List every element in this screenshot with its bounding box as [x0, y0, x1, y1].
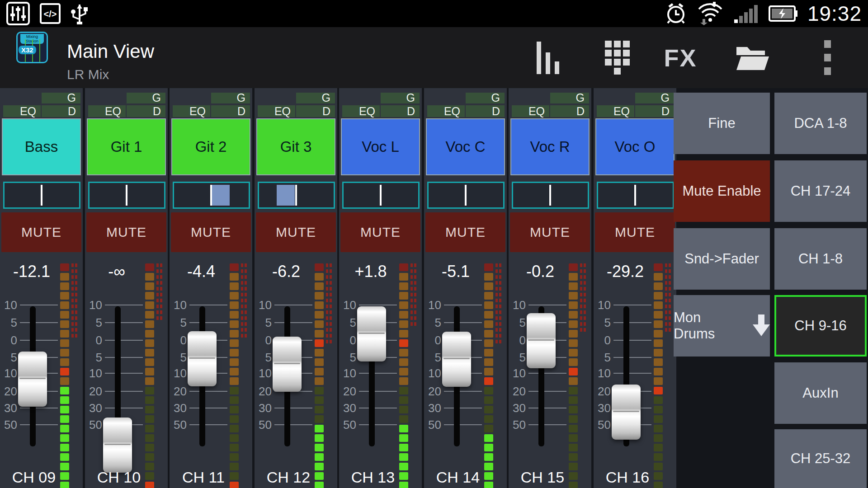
mute-button[interactable]: MUTE: [510, 212, 590, 252]
sidebar-button-auxin[interactable]: AuxIn: [774, 362, 867, 424]
mute-button[interactable]: MUTE: [340, 212, 420, 252]
level-meter-segment: [569, 482, 578, 488]
gate-button[interactable]: G: [381, 93, 420, 103]
dynamics-button[interactable]: D: [635, 105, 674, 117]
level-meter-segment: [145, 377, 154, 385]
fx-button[interactable]: FX: [656, 27, 705, 88]
sidebar-button-ch-17-24[interactable]: CH 17-24: [774, 160, 867, 222]
dynamics-button[interactable]: D: [127, 105, 165, 117]
dynamics-button[interactable]: D: [296, 105, 335, 117]
channel-name-button[interactable]: Voc L: [341, 118, 420, 175]
fader-handle[interactable]: [442, 332, 471, 387]
fader-handle[interactable]: [18, 352, 47, 407]
fader-db-value: -5.1: [424, 262, 487, 281]
fader-tick: [189, 322, 227, 323]
sidebar-button-mon-drums[interactable]: Mon Drums: [674, 295, 770, 357]
gain-reduction-segment: [495, 334, 501, 338]
fader-handle[interactable]: [612, 385, 641, 440]
level-meter-segment: [145, 396, 154, 404]
sidebar-button-snd-fader[interactable]: Snd->Fader: [674, 228, 770, 290]
channel-name-button[interactable]: Voc R: [510, 118, 590, 175]
channel-strip: GEQDVoc CMUTE-5.11050510203050CH 14: [424, 88, 507, 488]
sidebar-button-fine[interactable]: Fine: [674, 93, 770, 154]
gate-button[interactable]: G: [466, 93, 505, 103]
overflow-menu-icon[interactable]: [814, 27, 841, 88]
pan-control[interactable]: [3, 182, 80, 209]
dynamics-button[interactable]: D: [381, 105, 420, 117]
eq-button[interactable]: EQ: [173, 105, 210, 117]
eq-button[interactable]: EQ: [3, 105, 41, 117]
mute-button[interactable]: MUTE: [171, 212, 251, 252]
level-meter-segment: [484, 463, 493, 470]
gain-reduction-segment: [495, 340, 501, 343]
fader-handle[interactable]: [357, 306, 386, 361]
pan-control[interactable]: [597, 182, 674, 209]
sidebar-button-dca-1-8[interactable]: DCA 1-8: [774, 93, 867, 154]
scenes-folder-icon[interactable]: [728, 27, 778, 88]
fader-tick-label: 30: [509, 401, 526, 415]
mute-button[interactable]: MUTE: [1, 212, 81, 252]
sidebar-button-mute-enable[interactable]: Mute Enable: [674, 160, 770, 222]
level-meter-segment: [60, 311, 69, 319]
level-meter-segment: [230, 301, 239, 309]
mute-button[interactable]: MUTE: [256, 212, 336, 252]
gate-button[interactable]: G: [42, 93, 80, 103]
eq-button[interactable]: EQ: [258, 105, 295, 117]
fader-handle[interactable]: [103, 418, 132, 473]
fader-tick: [274, 322, 312, 323]
mute-button[interactable]: MUTE: [595, 212, 675, 252]
sidebar-button-label: AuxIn: [802, 385, 838, 401]
eq-button[interactable]: EQ: [597, 105, 634, 117]
eq-button[interactable]: EQ: [88, 105, 126, 117]
gain-reduction-segment: [241, 293, 247, 296]
fader-tick-label: 10: [255, 298, 272, 312]
sidebar-button-ch-1-8[interactable]: CH 1-8: [774, 228, 867, 290]
dynamics-button[interactable]: D: [42, 105, 80, 117]
channel-name-button[interactable]: Git 3: [256, 118, 335, 175]
sidebar-button-ch-25-32[interactable]: CH 25-32: [774, 429, 867, 488]
pan-control[interactable]: [512, 182, 589, 209]
gain-reduction-segment: [241, 269, 247, 273]
fader-handle[interactable]: [527, 313, 556, 368]
sidebar-button-ch-9-16[interactable]: CH 9-16: [774, 295, 867, 357]
fader-tick: [444, 391, 482, 392]
dynamics-button[interactable]: D: [466, 105, 505, 117]
level-meter-segment: [60, 320, 69, 328]
gate-button[interactable]: G: [296, 93, 335, 103]
pan-control[interactable]: [427, 182, 505, 209]
gate-button[interactable]: G: [635, 93, 674, 103]
fader-handle[interactable]: [188, 331, 217, 386]
level-meter-segment: [230, 396, 239, 404]
app-header: Mixing Station X32 Main View LR Mix FX: [0, 27, 868, 88]
channel-name-button[interactable]: Bass: [2, 118, 81, 175]
channel-name-button[interactable]: Voc C: [426, 118, 505, 175]
level-meter-segment: [60, 463, 69, 470]
gate-button[interactable]: G: [550, 93, 589, 103]
channel-name-button[interactable]: Git 1: [87, 118, 166, 175]
fader-db-value: -12.1: [0, 262, 63, 281]
fader-tick-label: 10: [339, 298, 356, 312]
meters-icon[interactable]: [529, 27, 570, 88]
mute-button[interactable]: MUTE: [86, 212, 166, 252]
gain-reduction-segment: [665, 305, 671, 308]
channel-name-button[interactable]: Voc O: [595, 118, 675, 175]
channel-name-button[interactable]: Git 2: [171, 118, 250, 175]
dynamics-button[interactable]: D: [550, 105, 589, 117]
fader-tick: [359, 408, 397, 408]
level-meter-segment: [315, 273, 324, 281]
dynamics-button[interactable]: D: [211, 105, 250, 117]
channel-keypad-icon[interactable]: [597, 27, 637, 88]
gain-reduction-segment: [495, 269, 501, 273]
code-notification-icon: </>: [40, 3, 61, 24]
fader-handle[interactable]: [273, 337, 302, 392]
pan-control[interactable]: [88, 182, 165, 209]
eq-button[interactable]: EQ: [342, 105, 380, 117]
pan-control[interactable]: [258, 182, 335, 209]
pan-control[interactable]: [342, 182, 420, 209]
gate-button[interactable]: G: [127, 93, 165, 103]
mute-button[interactable]: MUTE: [425, 212, 505, 252]
gate-button[interactable]: G: [211, 93, 250, 103]
eq-button[interactable]: EQ: [512, 105, 549, 117]
pan-control[interactable]: [173, 182, 250, 209]
eq-button[interactable]: EQ: [427, 105, 465, 117]
